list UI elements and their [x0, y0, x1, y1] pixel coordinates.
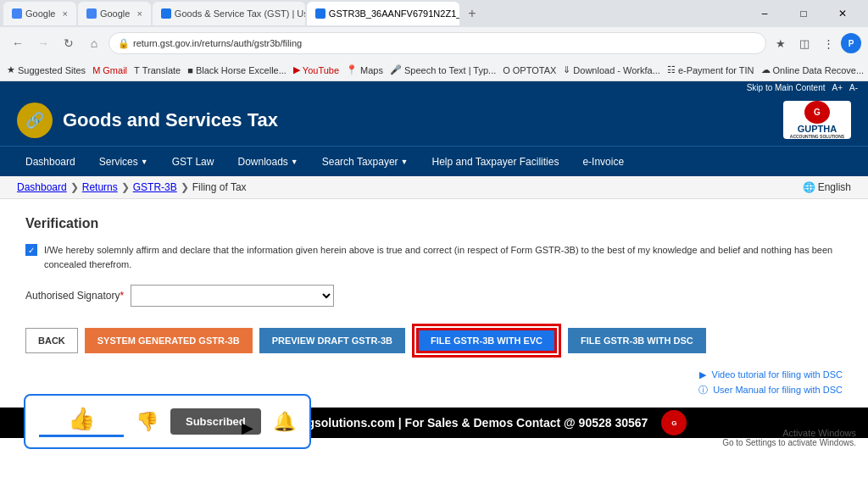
breadcrumb-sep-1: ❯: [70, 181, 79, 193]
breadcrumb-sep-3: ❯: [181, 181, 189, 193]
reload-button[interactable]: ↻: [58, 32, 80, 54]
like-progress-bar: [39, 435, 124, 437]
nav-help-taxpayer[interactable]: Help and Taxpayer Facilities: [420, 147, 571, 177]
signatory-select[interactable]: [131, 285, 334, 307]
gst-logo-area: 🔗 Goods and Services Tax: [17, 103, 278, 138]
breadcrumb-returns[interactable]: Returns: [82, 181, 118, 193]
back-button-action[interactable]: BACK: [25, 328, 78, 353]
content-area: Verification ✓ I/We hereby solemnly affi…: [0, 199, 868, 408]
dsc-tutorial-link[interactable]: ▶ Video tutorial for filing with DSC: [25, 369, 843, 380]
guptha-logo: G GUPTHA ACCOUNTING SOLUTIONS: [783, 101, 851, 139]
tab-label-1: Google: [25, 8, 55, 19]
nav-services[interactable]: Services▼: [87, 147, 160, 177]
guptha-subtitle: ACCOUNTING SOLUTIONS: [790, 134, 844, 139]
thumbs-up-icon[interactable]: 👍: [68, 406, 95, 432]
skip-link[interactable]: Skip to Main Content: [747, 83, 826, 92]
profile-button[interactable]: P: [841, 33, 861, 53]
gst-site-title: Goods and Services Tax: [63, 109, 278, 131]
breadcrumb-current: Filing of Tax: [192, 181, 247, 193]
tab-label-4: GSTR3B_36AANFV6791N2Z1_12...: [329, 8, 459, 19]
bookmark-speech[interactable]: 🎤 Speech to Text | Typ...: [390, 64, 496, 75]
activate-line2: Go to Settings to activate Windows.: [722, 438, 856, 447]
language-label: English: [818, 181, 851, 193]
breadcrumb: Dashboard ❯ Returns ❯ GSTR-3B ❯ Filing o…: [17, 181, 247, 193]
tab-gstr3b[interactable]: GSTR3B_36AANFV6791N2Z1_12... ×: [307, 2, 459, 25]
tab-gst-use[interactable]: Goods & Service Tax (GST) | Use... ×: [153, 2, 305, 25]
maximize-button[interactable]: □: [787, 0, 821, 27]
back-button[interactable]: ←: [7, 32, 29, 54]
bookmark-online-data[interactable]: ☁ Online Data Recove...: [761, 64, 865, 75]
extension-icon[interactable]: ◫: [793, 32, 815, 54]
tab-favicon-3: [161, 8, 171, 19]
breadcrumb-dashboard[interactable]: Dashboard: [17, 181, 67, 193]
browser-chrome: Google × Google × Goods & Service Tax (G…: [0, 0, 868, 81]
address-bar[interactable]: 🔒 return.gst.gov.in/returns/auth/gstr3b/…: [108, 32, 766, 54]
close-button[interactable]: ✕: [826, 0, 860, 27]
language-selector[interactable]: 🌐 English: [803, 181, 851, 193]
activate-line1: Activate Windows: [722, 428, 856, 438]
lock-icon: 🔒: [118, 38, 130, 49]
verification-title: Verification: [25, 216, 843, 231]
bookmark-blackhorse[interactable]: ■ Black Horse Excelle...: [187, 65, 287, 75]
bookmark-epayment[interactable]: ☷ e-Payment for TIN: [667, 64, 754, 75]
gst-site: Skip to Main Content A+ A- 🔗 Goods and S…: [0, 81, 868, 408]
breadcrumb-gstr3b[interactable]: GSTR-3B: [133, 181, 177, 193]
subscribe-button[interactable]: Subscribed: [170, 408, 261, 435]
tab-google-1[interactable]: Google ×: [3, 2, 76, 25]
tab-google-2[interactable]: Google ×: [78, 2, 151, 25]
minimize-button[interactable]: –: [748, 0, 782, 27]
tab-close-1[interactable]: ×: [62, 8, 67, 19]
breadcrumb-sep-2: ❯: [121, 181, 130, 193]
bookmark-optotax[interactable]: O OPTOTAX: [503, 65, 556, 75]
nav-gst-law[interactable]: GST Law: [160, 147, 226, 177]
guptha-name: GUPTHA: [798, 124, 837, 134]
activate-windows: Activate Windows Go to Settings to activ…: [722, 428, 856, 447]
bookmark-download[interactable]: ⇓ Download - Workfa...: [563, 64, 660, 75]
font-a-plus[interactable]: A+: [832, 83, 843, 92]
signatory-row: Authorised Signatory*: [25, 285, 843, 307]
bookmark-icon[interactable]: ★: [770, 32, 792, 54]
tab-bar: Google × Google × Goods & Service Tax (G…: [0, 0, 868, 27]
nav-einvoice[interactable]: e-Invoice: [570, 147, 636, 177]
new-tab-button[interactable]: +: [461, 3, 483, 25]
links-area: ▶ Video tutorial for filing with DSC ⓘ U…: [25, 369, 843, 396]
tab-controls: – □ ✕: [748, 0, 865, 27]
tab-label-2: Google: [100, 8, 130, 19]
more-options-icon[interactable]: ⋮: [817, 32, 839, 54]
declaration-checkbox[interactable]: ✓: [25, 244, 37, 256]
gst-nav: Dashboard Services▼ GST Law Downloads▼ S…: [0, 146, 868, 176]
declaration-text: I/We hereby solemnly affirm and declare …: [44, 243, 843, 271]
nav-dashboard[interactable]: Dashboard: [14, 147, 87, 177]
required-marker: *: [120, 290, 124, 302]
tab-favicon-4: [315, 8, 326, 19]
tab-favicon-2: [86, 8, 97, 19]
file-evc-button[interactable]: FILE GSTR-3B WITH EVC: [416, 328, 557, 353]
address-text: return.gst.gov.in/returns/auth/gstr3b/fi…: [133, 38, 302, 48]
bookmark-gmail[interactable]: M Gmail: [92, 65, 127, 75]
bell-icon[interactable]: 🔔: [273, 411, 296, 433]
home-button[interactable]: ⌂: [83, 32, 105, 54]
preview-draft-button[interactable]: PREVIEW DRAFT GSTR-3B: [259, 328, 405, 353]
font-a-minus[interactable]: A-: [849, 83, 858, 92]
gst-header: 🔗 Goods and Services Tax G GUPTHA ACCOUN…: [0, 94, 868, 146]
play-icon: ▶: [699, 369, 706, 380]
bookmark-maps[interactable]: 📍 Maps: [346, 64, 383, 75]
bookmark-translate[interactable]: T Translate: [134, 65, 181, 75]
bookmark-suggested[interactable]: ★ Suggested Sites: [7, 64, 86, 75]
file-evc-wrapper: FILE GSTR-3B WITH EVC: [412, 324, 561, 358]
skip-bar: Skip to Main Content A+ A-: [0, 81, 868, 94]
nav-downloads[interactable]: Downloads▼: [225, 147, 309, 177]
declaration-row: ✓ I/We hereby solemnly affirm and declar…: [25, 243, 843, 271]
thumbs-down-icon[interactable]: 👎: [136, 411, 159, 433]
bookmarks-bar: ★ Suggested Sites M Gmail T Translate ■ …: [0, 59, 868, 81]
breadcrumb-bar: Dashboard ❯ Returns ❯ GSTR-3B ❯ Filing o…: [0, 176, 868, 199]
tab-close-2[interactable]: ×: [136, 8, 142, 19]
system-generated-button[interactable]: SYSTEM GENERATED GSTR-3B: [85, 328, 253, 353]
guptha-icon: G: [804, 101, 830, 124]
forward-button[interactable]: →: [32, 32, 54, 54]
file-dsc-button[interactable]: FILE GSTR-3B WITH DSC: [568, 328, 706, 353]
bookmark-youtube[interactable]: ▶ YouTube: [293, 64, 339, 75]
footer-logo: G: [661, 410, 687, 435]
signatory-label: Authorised Signatory*: [25, 290, 124, 302]
nav-search-taxpayer[interactable]: Search Taxpayer▼: [310, 147, 420, 177]
